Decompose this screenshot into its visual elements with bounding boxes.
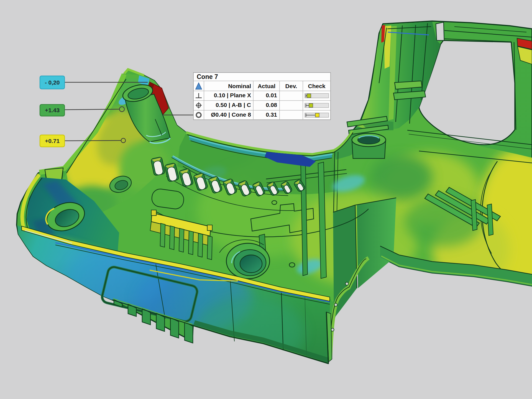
svg-text:- 0,20: - 0,20: [45, 79, 60, 86]
svg-text:0.01: 0.01: [266, 92, 277, 98]
svg-text:0.31: 0.31: [266, 111, 277, 118]
svg-text:+0.71: +0.71: [45, 138, 60, 144]
svg-text:Ø0.40 | Cone 8: Ø0.40 | Cone 8: [211, 111, 251, 118]
svg-text:0.08: 0.08: [266, 102, 277, 108]
svg-text:+1.43: +1.43: [45, 107, 60, 113]
svg-text:0.50 | A-B | C: 0.50 | A-B | C: [216, 102, 251, 108]
svg-text:Cone 7: Cone 7: [197, 73, 218, 80]
svg-text:Actual: Actual: [258, 83, 275, 89]
svg-text:Check: Check: [308, 83, 325, 89]
svg-text:Nominal: Nominal: [228, 83, 251, 89]
svg-text:0.10 | Plane X: 0.10 | Plane X: [214, 92, 251, 98]
svg-text:Dev.: Dev.: [285, 83, 297, 89]
